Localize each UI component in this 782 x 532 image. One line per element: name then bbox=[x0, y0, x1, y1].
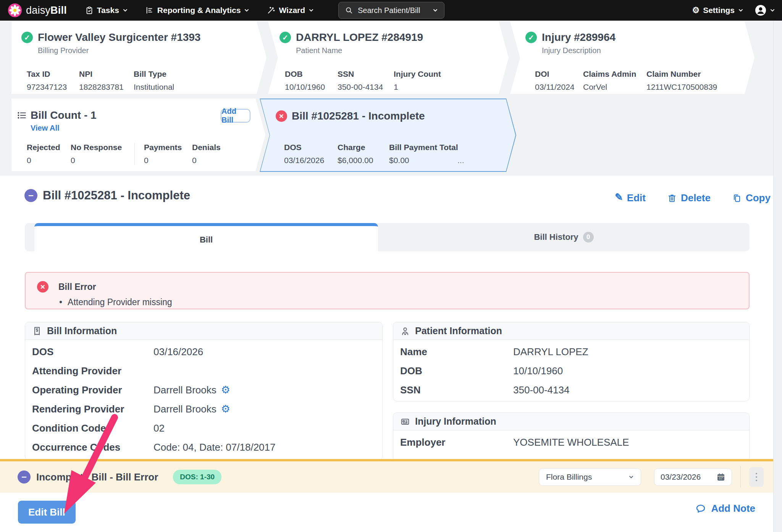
taskbar-title: Incomplete Bill - Bill Error bbox=[36, 471, 158, 483]
top-nav: daisyBill Tasks bbox=[0, 0, 782, 21]
injury-subtitle: Injury Description bbox=[542, 46, 755, 55]
calendar-icon bbox=[716, 472, 725, 482]
field-charge: Charge $6,000.00 bbox=[338, 143, 373, 165]
field-tax-id: Tax ID 972347123 bbox=[27, 70, 67, 92]
dos-badge: DOS: 1-30 bbox=[173, 470, 221, 484]
tab-bill-history[interactable]: Bill History 0 bbox=[378, 223, 750, 251]
selected-bill-card[interactable]: × Bill #1025281 - Incomplete DOS 03/16/2… bbox=[260, 99, 516, 172]
search-label: Search Patient/Bill bbox=[358, 6, 428, 15]
copy-icon bbox=[732, 193, 742, 203]
tasks-clipboard-icon bbox=[85, 6, 94, 15]
field-no-response: No Response 0 bbox=[71, 143, 122, 165]
bill-history-count-badge: 0 bbox=[583, 232, 594, 243]
search-icon bbox=[345, 6, 353, 15]
bill-error-item: Attending Provider missing bbox=[59, 297, 172, 307]
nav-menu: Tasks Reporting & Analytics bbox=[85, 6, 314, 15]
field-claims-admin: Claims Admin CorVel bbox=[583, 70, 636, 92]
bill-error-box: × Bill Error Attending Provider missing bbox=[25, 272, 750, 309]
bill-actions: ✎ Edit Delete Copy bbox=[615, 192, 771, 204]
bill-count-title: Bill Count - 1 bbox=[31, 109, 97, 121]
bill-error-title: Bill Error bbox=[58, 282, 96, 292]
field-claim-number: Claim Number 1211WC170500839 bbox=[646, 70, 717, 92]
view-all-link[interactable]: View All bbox=[31, 124, 60, 133]
nav-reporting-analytics[interactable]: Reporting & Analytics bbox=[145, 6, 250, 15]
injury-information-panel: Injury Information Employer YOSEMITE WHO… bbox=[393, 412, 750, 459]
assignee-select[interactable]: Flora Billings bbox=[539, 468, 641, 486]
analytics-chart-icon bbox=[145, 6, 154, 15]
chevron-down-icon bbox=[309, 8, 314, 13]
error-circle-icon: × bbox=[276, 110, 287, 122]
breadcrumb-patient[interactable]: ✓ DARRYL LOPEZ #284919 Patient Name DOB … bbox=[268, 21, 509, 94]
nav-settings[interactable]: ⚙ Settings bbox=[692, 6, 743, 15]
chevron-down-icon bbox=[244, 8, 249, 13]
check-circle-icon: ✓ bbox=[525, 32, 537, 43]
field-doi: DOI 03/11/2024 bbox=[535, 70, 575, 92]
nav-tasks[interactable]: Tasks bbox=[85, 6, 128, 15]
brand-name: daisyBill bbox=[26, 5, 67, 16]
nav-wizard-label: Wizard bbox=[279, 6, 305, 15]
billing-provider-subtitle: Billing Provider bbox=[38, 46, 267, 55]
date-value: 03/23/2026 bbox=[661, 472, 716, 482]
injury-title: Injury #289964 bbox=[542, 31, 616, 44]
row-dos: DOS 03/16/2026 bbox=[25, 342, 382, 361]
bill-tabs: Bill Bill History 0 bbox=[25, 223, 750, 251]
bill-information-panel: Bill Information DOS 03/16/2026 Attendin… bbox=[25, 322, 383, 460]
row-occurrence-codes: Occurrence Codes Code: 04, Date: 07/18/2… bbox=[25, 438, 382, 457]
gear-icon: ⚙ bbox=[692, 6, 700, 15]
field-rejected: Rejected 0 bbox=[27, 143, 60, 165]
scrollbar[interactable] bbox=[773, 21, 782, 532]
date-input[interactable]: 03/23/2026 bbox=[654, 468, 732, 486]
row-employer: Employer YOSEMITE WHOLESALE bbox=[393, 433, 749, 452]
chevron-down-icon bbox=[738, 8, 743, 13]
chevron-down-icon bbox=[770, 8, 775, 13]
add-note-button[interactable]: Add Note bbox=[695, 503, 755, 514]
nav-tasks-label: Tasks bbox=[97, 6, 119, 15]
nav-wizard[interactable]: Wizard bbox=[267, 6, 314, 15]
chevron-down-icon bbox=[123, 8, 128, 13]
delete-button[interactable]: Delete bbox=[667, 192, 711, 204]
bill-card-ellipsis: ... bbox=[457, 156, 464, 165]
tab-bill[interactable]: Bill bbox=[34, 223, 378, 254]
field-dob: DOB 10/10/1960 bbox=[285, 70, 325, 92]
nav-right: ⚙ Settings bbox=[692, 5, 775, 16]
row-ssn: SSN 350-00-4134 bbox=[393, 380, 749, 399]
add-bill-button[interactable]: Add Bill bbox=[221, 109, 250, 123]
check-circle-icon: ✓ bbox=[21, 32, 33, 43]
copy-button[interactable]: Copy bbox=[732, 192, 771, 204]
divider bbox=[134, 143, 135, 165]
field-npi: NPI 1828283781 bbox=[79, 70, 124, 92]
trash-icon bbox=[667, 193, 677, 203]
search-patient-bill[interactable]: Search Patient/Bill bbox=[338, 2, 444, 19]
bill-count-card: Bill Count - 1 View All Add Bill Rejecte… bbox=[11, 99, 265, 171]
row-operating-provider: Operating Provider Darrell Brooks⚙ bbox=[25, 380, 382, 399]
row-attending-provider: Attending Provider bbox=[25, 361, 382, 380]
brand[interactable]: daisyBill bbox=[8, 3, 67, 18]
account-user-icon bbox=[755, 5, 766, 16]
wizard-wand-icon bbox=[267, 6, 275, 15]
error-circle-icon: × bbox=[37, 281, 48, 293]
field-injury-count: Injury Count 1 bbox=[394, 70, 441, 92]
patient-icon bbox=[400, 326, 410, 336]
divider bbox=[740, 466, 741, 488]
edit-button[interactable]: ✎ Edit bbox=[615, 192, 646, 204]
gear-icon[interactable]: ⚙ bbox=[221, 385, 230, 395]
field-bill-type: Bill Type Institutional bbox=[134, 70, 174, 92]
breadcrumb-billing-provider[interactable]: ✓ Flower Valley Surgicenter #1393 Billin… bbox=[11, 21, 267, 94]
pencil-icon: ✎ bbox=[615, 191, 623, 203]
gear-icon[interactable]: ⚙ bbox=[221, 404, 230, 414]
more-options-button[interactable] bbox=[749, 467, 764, 487]
nav-account[interactable] bbox=[755, 5, 775, 16]
id-card-icon bbox=[400, 417, 410, 427]
edit-bill-button[interactable]: Edit Bill bbox=[18, 501, 76, 524]
receipt-icon bbox=[32, 326, 42, 336]
breadcrumb-injury[interactable]: ✓ Injury #289964 Injury Description DOI … bbox=[510, 21, 755, 94]
check-circle-icon: ✓ bbox=[280, 32, 291, 43]
page-title-row: − Bill #1025281 - Incomplete bbox=[24, 189, 190, 202]
billing-provider-title: Flower Valley Surgicenter #1393 bbox=[38, 31, 200, 44]
row-condition-codes: Condition Codes 02 bbox=[25, 419, 382, 438]
field-denials: Denials 0 bbox=[192, 143, 221, 165]
field-payments: Payments 0 bbox=[144, 143, 182, 165]
daisybill-app: daisyBill Tasks bbox=[0, 0, 782, 532]
page-title: Bill #1025281 - Incomplete bbox=[43, 189, 190, 202]
nav-reporting-label: Reporting & Analytics bbox=[157, 6, 241, 15]
